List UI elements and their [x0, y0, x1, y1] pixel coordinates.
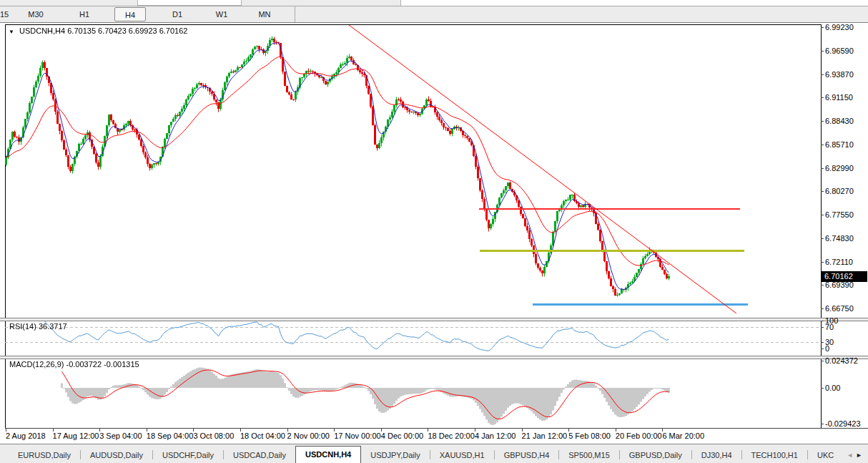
chart-tab-gbpusd-daily[interactable]: GBPUSD,Daily [620, 447, 691, 463]
upper-toolbar-edge [0, 0, 868, 6]
timeframe-15[interactable]: 15 [0, 7, 20, 21]
rsi-label: RSI(14) 36.3717 [9, 322, 67, 331]
timeframe-w1[interactable]: W1 [206, 7, 237, 21]
timeframe-m30[interactable]: M30 [20, 7, 51, 21]
chart-tab-dj30-h4[interactable]: DJ30,H4 [692, 447, 741, 463]
rsi-indicator-panel[interactable] [5, 321, 821, 356]
rsi-axis-label-tick [821, 327, 824, 328]
tab-scroll-arrows: ◄► [847, 452, 865, 459]
price-scale-label: 6.85710 [825, 140, 854, 149]
chart-tab-xauusd-h1[interactable]: XAUUSD,H1 [430, 447, 494, 463]
macd-label: MACD(12,26,9) -0.003722 -0.001315 [9, 360, 139, 369]
toolbar-separator [295, 6, 295, 23]
macd-axis-label: 0.00 [825, 384, 840, 392]
price-scale-tick [821, 145, 824, 145]
time-scale-label: 18 Dec 20:00 [428, 432, 474, 440]
time-scale-label: 6 Mar 20:00 [662, 432, 704, 440]
rsi-axis-label: 70 [825, 323, 834, 331]
toolbar-field-edge [400, 0, 868, 6]
price-scale-label: 6.91150 [825, 93, 853, 102]
price-scale-tick [821, 238, 824, 239]
rsi-axis-label-tick [821, 321, 824, 321]
price-scale-label: 6.96590 [825, 47, 854, 55]
chart-tab-ukc[interactable]: UKC [808, 447, 843, 463]
price-scale-tick [821, 285, 824, 286]
price-scale-label: 6.69390 [825, 281, 854, 289]
rsi-axis-label-tick [821, 342, 824, 343]
current-price-tag: 6.70162 [822, 271, 867, 282]
rsi-axis-label-tick [821, 349, 824, 349]
price-scale-tick [821, 27, 824, 28]
price-scale-label: 6.74830 [825, 234, 854, 243]
price-scale-tick [821, 121, 824, 122]
price-scale-separator [821, 24, 822, 429]
price-scale-label: 6.66750 [825, 304, 854, 313]
price-scale-label: 6.80270 [825, 187, 854, 195]
macd-axis-label-tick [821, 424, 824, 424]
macd-axis-label: -0.029423 [825, 419, 861, 428]
chart-tab-usdjpy-daily[interactable]: USDJPY,Daily [361, 447, 430, 463]
price-scale-label: 6.77550 [825, 210, 854, 219]
price-scale-tick [821, 191, 824, 192]
chart-tab-usdcnh-h4[interactable]: USDCNH,H4 [295, 446, 361, 463]
timeframe-toolbar: 15M30H1H4D1W1MN [0, 7, 868, 22]
chart-tab-eurusd-daily[interactable]: EURUSD,Daily [9, 447, 80, 463]
timeframe-h1[interactable]: H1 [69, 7, 100, 21]
price-scale-tick [821, 51, 824, 52]
time-scale-label: 21 Jan 12:00 [522, 432, 568, 440]
rsi-axis-label: 0 [825, 344, 829, 353]
time-scale-label: 17 Aug 12:00 [53, 432, 99, 440]
chart-symbol-period: USDCNH,H4 [19, 26, 65, 35]
time-scale-label: 18 Oct 04:00 [240, 432, 285, 440]
chart-tab-sp500-m15[interactable]: SP500,M15 [559, 447, 618, 463]
time-scale-label: 3 Oct 08:00 [193, 432, 234, 440]
timeframe-d1[interactable]: D1 [162, 7, 193, 21]
time-scale-label: 2 Aug 2018 [6, 432, 46, 440]
price-scale-label: 6.93870 [825, 70, 854, 79]
price-scale-tick [821, 168, 824, 169]
price-scale-label: 6.72110 [825, 258, 853, 266]
macd-axis-label: 0.024372 [825, 356, 858, 365]
chart-tab-audusd-daily[interactable]: AUDUSD,Daily [81, 447, 152, 463]
time-scale-label: 4 Dec 00:00 [381, 432, 423, 440]
mt4-window: 15M30H1H4D1W1MN ▼ USDCNH,H4 6.70135 6.70… [0, 0, 868, 463]
time-scale-label: 17 Nov 00:00 [334, 432, 380, 440]
price-scale-tick [821, 74, 824, 75]
macd-indicator-panel[interactable] [5, 359, 821, 428]
chart-window: ▼ USDCNH,H4 6.70135 6.70423 6.69923 6.70… [0, 22, 868, 444]
macd-axis-label-tick [821, 361, 824, 361]
chart-tab-bar: EURUSD,DailyAUDUSD,DailyUSDCHF,DailyUSDC… [0, 444, 868, 463]
timeframe-mn[interactable]: MN [249, 7, 280, 21]
tab-scroll-left-icon[interactable]: ◄ [847, 452, 856, 459]
chart-collapse-icon[interactable]: ▼ [9, 29, 14, 35]
price-scale-tick [821, 97, 824, 98]
toolbar-combobox-edge [137, 0, 242, 6]
price-scale-label: 6.99230 [825, 23, 854, 31]
time-scale-label: 18 Sep 04:00 [147, 432, 193, 440]
time-scale-label: 3 Sep 04:00 [99, 432, 142, 440]
time-scale-label: 5 Feb 08:00 [568, 432, 611, 440]
time-scale-label: 20 Feb 00:00 [616, 432, 662, 440]
chart-tab-usdcad-daily[interactable]: USDCAD,Daily [224, 447, 295, 463]
chart-tab-usdchf-daily[interactable]: USDCHF,Daily [153, 447, 223, 463]
main-price-chart[interactable] [5, 25, 821, 318]
price-scale-tick [821, 262, 824, 263]
time-scale-label: 4 Jan 12:00 [475, 432, 516, 440]
tab-scroll-right-icon[interactable]: ► [856, 452, 865, 459]
price-scale-tick [821, 215, 824, 215]
price-scale-label: 6.88430 [825, 117, 854, 125]
plot-border-bottom [5, 428, 868, 429]
chart-tab-gbpusd-h4[interactable]: GBPUSD,H4 [495, 447, 559, 463]
price-scale-label: 6.82990 [825, 164, 854, 172]
chart-ohlc-values: 6.70135 6.70423 6.69923 6.70162 [67, 26, 187, 35]
price-scale-tick [821, 308, 824, 309]
chart-tab-tech100-h1[interactable]: TECH100,H1 [742, 447, 807, 463]
timeframe-h4[interactable]: H4 [114, 7, 146, 21]
chart-title: ▼ USDCNH,H4 6.70135 6.70423 6.69923 6.70… [9, 26, 187, 35]
macd-axis-label-tick [821, 388, 824, 389]
time-scale-label: 2 Nov 00:00 [287, 432, 330, 440]
